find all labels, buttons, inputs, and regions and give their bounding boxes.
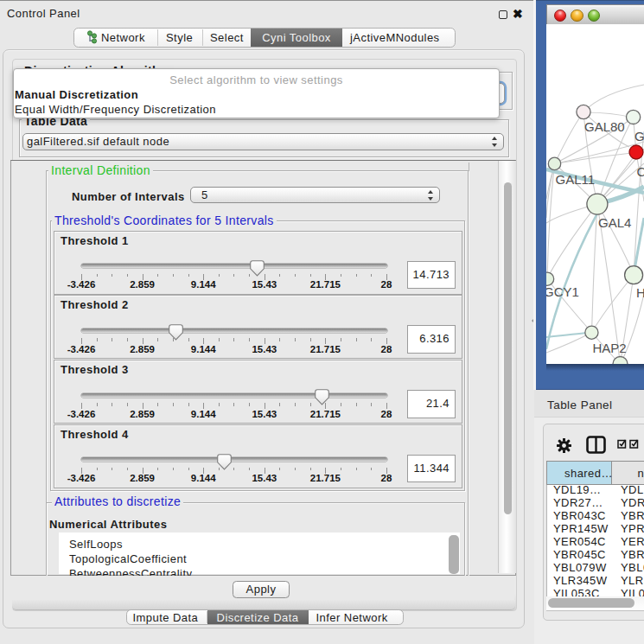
svg-text:GCY1: GCY1: [546, 284, 579, 299]
svg-text:GAL80: GAL80: [584, 119, 625, 134]
svg-text:HAP2: HAP2: [593, 341, 627, 355]
svg-text:GAL4: GAL4: [598, 215, 631, 230]
svg-text:CY: CY: [637, 164, 644, 179]
svg-text:GAL11: GAL11: [556, 172, 596, 187]
svg-text:GA: GA: [634, 129, 644, 143]
svg-text:HI: HI: [636, 285, 644, 300]
